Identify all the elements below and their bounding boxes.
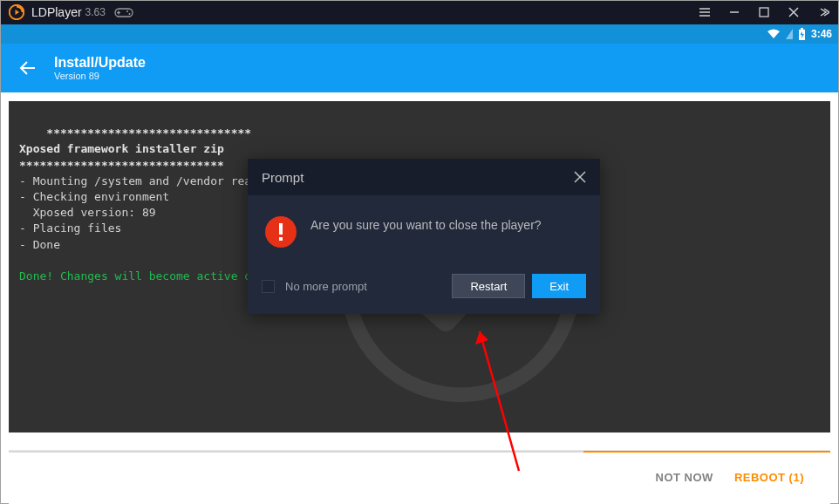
svg-point-5 [126, 10, 128, 12]
bottom-action-bar: NOT NOW REBOOT (1) [9, 450, 830, 504]
window-controls [698, 5, 830, 19]
dialog-message: Are you sure you want to close the playe… [310, 216, 542, 235]
reboot-button[interactable]: REBOOT (1) [734, 471, 804, 484]
battery-icon [798, 28, 806, 40]
log-line: ****************************** [46, 126, 251, 140]
checkbox-label: No more prompt [285, 280, 367, 293]
progress-divider [9, 451, 830, 453]
log-line: Xposed version: 89 [19, 206, 156, 219]
page-subtitle: Version 89 [54, 71, 146, 81]
dialog-close-icon[interactable] [574, 171, 586, 183]
exit-button[interactable]: Exit [532, 274, 586, 298]
close-prompt-dialog: Prompt Are you sure you want to close th… [248, 159, 600, 314]
svg-point-6 [128, 13, 130, 15]
log-line: Xposed framework installer zip [19, 142, 224, 155]
app-version: 3.63 [85, 6, 106, 18]
maximize-icon[interactable] [757, 5, 771, 19]
app-header: Install/Update Version 89 [0, 44, 839, 92]
log-line: - Done [19, 238, 60, 251]
restart-button[interactable]: Restart [452, 274, 525, 298]
svg-rect-22 [279, 223, 283, 235]
log-line: ****************************** [19, 159, 224, 172]
signal-icon [786, 29, 793, 39]
svg-marker-14 [786, 29, 793, 39]
wifi-icon [767, 29, 781, 39]
back-button[interactable] [17, 58, 38, 78]
clock-time: 3:46 [811, 28, 832, 40]
svg-rect-23 [279, 237, 283, 241]
gamepad-icon[interactable] [114, 6, 133, 18]
minimize-icon[interactable] [727, 5, 741, 19]
ldplayer-logo-icon [9, 4, 24, 20]
close-icon[interactable] [787, 5, 801, 19]
page-title: Install/Update [54, 55, 146, 71]
app-name: LDPlayer [31, 5, 82, 19]
log-line: - Placing files [19, 221, 121, 235]
alert-icon [265, 216, 297, 248]
not-now-button[interactable]: NOT NOW [656, 471, 713, 484]
dialog-title: Prompt [262, 170, 304, 185]
log-line: - Checking environment [19, 190, 169, 203]
svg-rect-11 [760, 8, 768, 17]
android-statusbar: 3:46 [0, 24, 839, 44]
no-more-prompt-checkbox[interactable] [262, 280, 275, 293]
more-icon[interactable] [816, 5, 830, 19]
svg-marker-1 [16, 10, 20, 15]
svg-rect-16 [801, 28, 803, 30]
menu-icon[interactable] [698, 5, 712, 19]
window-titlebar: LDPlayer 3.63 [0, 0, 839, 24]
